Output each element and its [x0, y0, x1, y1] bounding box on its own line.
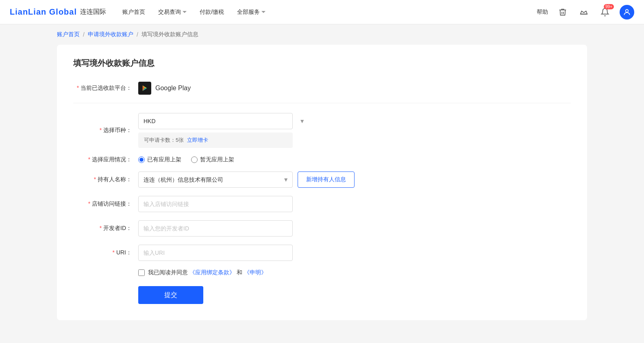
header: LianLian Global 连连国际 账户首页 交易查询 付款/缴税 全部服… [0, 0, 644, 24]
chevron-down-icon-2 [261, 11, 265, 13]
required-star: * [77, 85, 79, 91]
logo-en: LianLian Global [10, 7, 77, 17]
breadcrumb-home[interactable]: 账户首页 [57, 31, 80, 38]
developer-id-content [138, 220, 309, 237]
currency-select-arrow: ▼ [299, 118, 305, 124]
nav-item-transactions[interactable]: 交易查询 [158, 9, 187, 16]
developer-id-row: * 开发者ID： [73, 220, 571, 237]
app-radio-group: 已有应用上架 暂无应用上架 [138, 156, 309, 163]
terms-link-2[interactable]: 《申明》 [244, 269, 267, 276]
divider [73, 103, 571, 103]
breadcrumb: 账户首页 / 申请境外收款账户 / 填写境外收款账户信息 [0, 24, 644, 45]
trash-icon [558, 8, 567, 17]
bell-button[interactable]: 99+ [598, 6, 611, 19]
holder-content: 连连（杭州）信息技术有限公司 ▼ 新增持有人信息 [138, 172, 309, 188]
notification-badge: 99+ [604, 4, 614, 9]
breadcrumb-sep-1: / [83, 31, 85, 38]
required-star-dev: * [100, 225, 102, 231]
add-holder-button[interactable]: 新增持有人信息 [298, 172, 355, 188]
store-url-content [138, 196, 309, 212]
platform-content: Google Play [138, 82, 309, 95]
holder-row: * 持有人名称： 连连（杭州）信息技术有限公司 ▼ 新增持有人信息 [73, 172, 571, 188]
currency-content: HKD USD EUR GBP JPY ▼ 可申请卡数：5张 立即增卡 [138, 113, 309, 148]
radio-listed[interactable]: 已有应用上架 [138, 156, 181, 163]
terms-row: 我已阅读并同意 《应用绑定条款》 和 《申明》 [138, 269, 571, 276]
main-nav: 账户首页 交易查询 付款/缴税 全部服务 [122, 9, 265, 16]
crown-icon [579, 8, 588, 17]
required-star-url: * [88, 200, 90, 207]
developer-id-input[interactable] [138, 220, 293, 237]
radio-listed-input[interactable] [138, 156, 145, 163]
platform-row: * 当前已选收款平台： Google Play [73, 82, 571, 95]
required-star-uri: * [113, 249, 115, 256]
currency-select[interactable]: HKD USD EUR GBP JPY [138, 113, 293, 129]
nav-item-services[interactable]: 全部服务 [237, 9, 265, 16]
user-icon [623, 8, 631, 16]
app-status-label: * 选择应用情况： [73, 156, 138, 163]
terms-text: 我已阅读并同意 《应用绑定条款》 和 《申明》 [148, 269, 267, 276]
holder-select-wrapper: 连连（杭州）信息技术有限公司 ▼ [138, 172, 293, 188]
holder-input-row: 连连（杭州）信息技术有限公司 ▼ 新增持有人信息 [138, 172, 309, 188]
breadcrumb-current: 填写境外收款账户信息 [141, 31, 198, 38]
radio-unlisted-input[interactable] [191, 156, 198, 163]
app-status-row: * 选择应用情况： 已有应用上架 暂无应用上架 [73, 156, 571, 163]
trash-button[interactable] [556, 6, 569, 19]
platform-name: Google Play [155, 85, 191, 92]
submit-row: 提交 [73, 286, 571, 304]
terms-checkbox[interactable] [138, 269, 145, 276]
required-star-currency: * [100, 127, 102, 133]
app-status-content: 已有应用上架 暂无应用上架 [138, 156, 309, 163]
radio-unlisted[interactable]: 暂无应用上架 [191, 156, 234, 163]
nav-item-home[interactable]: 账户首页 [122, 9, 145, 16]
currency-row: * 选择币种： HKD USD EUR GBP JPY ▼ 可申请卡数：5张 [73, 113, 571, 148]
header-left: LianLian Global 连连国际 账户首页 交易查询 付款/缴税 全部服… [10, 7, 265, 17]
required-star-holder: * [94, 176, 96, 182]
uri-content [138, 245, 309, 261]
breadcrumb-apply[interactable]: 申请境外收款账户 [88, 31, 133, 38]
user-avatar[interactable] [620, 5, 634, 20]
developer-id-label: * 开发者ID： [73, 225, 138, 232]
google-play-icon [138, 82, 151, 95]
currency-label: * 选择币种： [73, 127, 138, 134]
store-url-row: * 店铺访问链接： [73, 196, 571, 212]
svg-point-0 [626, 9, 629, 12]
crown-button[interactable] [577, 6, 590, 19]
store-url-label: * 店铺访问链接： [73, 200, 138, 208]
nav-item-payment[interactable]: 付款/缴税 [200, 9, 224, 16]
card-info-box: 可申请卡数：5张 立即增卡 [138, 132, 293, 148]
holder-select[interactable]: 连连（杭州）信息技术有限公司 [138, 172, 293, 188]
uri-row: * URI： [73, 245, 571, 261]
chevron-down-icon [183, 11, 187, 13]
page-title: 填写境外收款账户信息 [73, 58, 571, 69]
uri-label: * URI： [73, 249, 138, 256]
currency-select-wrapper: HKD USD EUR GBP JPY ▼ [138, 113, 309, 129]
required-star-app: * [88, 156, 90, 163]
platform-label: * 当前已选收款平台： [73, 85, 138, 92]
uri-input[interactable] [138, 245, 293, 261]
platform-display: Google Play [138, 82, 309, 95]
logo-cn: 连连国际 [80, 8, 106, 16]
radio-listed-label: 已有应用上架 [147, 156, 181, 163]
terms-link-1[interactable]: 《应用绑定条款》 [189, 269, 235, 276]
store-url-input[interactable] [138, 196, 293, 212]
main-content: 填写境外收款账户信息 * 当前已选收款平台： Go [0, 45, 644, 336]
holder-label: * 持有人名称： [73, 176, 138, 183]
header-right: 帮助 99+ [537, 5, 634, 20]
help-link[interactable]: 帮助 [537, 9, 548, 16]
add-card-link[interactable]: 立即增卡 [187, 137, 208, 144]
radio-unlisted-label: 暂无应用上架 [200, 156, 234, 163]
form-card: 填写境外收款账户信息 * 当前已选收款平台： Go [57, 45, 587, 320]
submit-button[interactable]: 提交 [138, 286, 203, 304]
breadcrumb-sep-2: / [137, 31, 138, 38]
logo[interactable]: LianLian Global 连连国际 [10, 7, 106, 17]
